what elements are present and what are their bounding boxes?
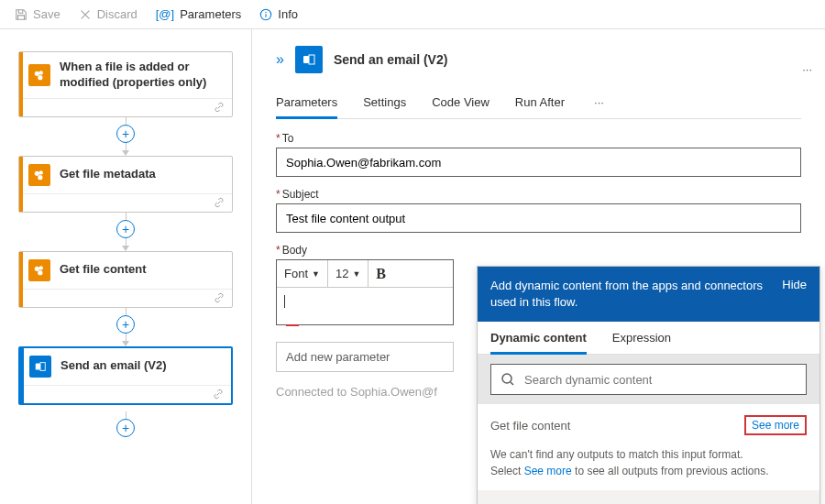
add-step-button[interactable]: + — [116, 419, 135, 437]
discard-label: Discard — [97, 7, 138, 21]
svg-point-5 — [35, 170, 39, 175]
dynamic-content-popup: Add dynamic content from the apps and co… — [477, 266, 820, 504]
subject-label: Subject — [282, 188, 319, 201]
accent-bar — [20, 348, 24, 403]
search-box[interactable] — [490, 364, 807, 395]
tab-run-after[interactable]: Run After — [515, 90, 565, 118]
sharepoint-icon — [28, 259, 50, 281]
save-icon — [15, 8, 28, 21]
body-editor[interactable]: Font▼ 12▼ B — [276, 259, 454, 325]
svg-point-1 — [266, 11, 267, 12]
bold-button[interactable]: B — [368, 260, 393, 287]
see-more-link[interactable]: See more — [744, 415, 807, 435]
add-parameter-dropdown[interactable]: Add new parameter — [276, 342, 454, 372]
action-title: Send an email (V2) — [334, 52, 447, 67]
body-textarea[interactable] — [277, 288, 453, 324]
svg-rect-12 — [40, 362, 45, 370]
accent-bar — [19, 52, 23, 116]
flow-canvas: When a file is added or modified (proper… — [0, 29, 252, 504]
section-when-file-added: When a file is added or updated See more — [478, 490, 820, 504]
popup-header: Add dynamic content from the apps and co… — [478, 267, 820, 322]
svg-rect-11 — [36, 363, 40, 369]
body-label: Body — [282, 244, 307, 257]
outlook-icon — [29, 356, 51, 378]
svg-point-4 — [38, 75, 42, 80]
hide-button[interactable]: Hide — [782, 278, 807, 291]
step-get-metadata[interactable]: Get file metadata — [18, 156, 233, 213]
section-title: Get file content — [490, 419, 570, 433]
font-dropdown[interactable]: Font▼ — [277, 260, 328, 287]
add-step-button[interactable]: + — [116, 315, 135, 334]
search-icon — [500, 372, 515, 387]
svg-point-9 — [39, 266, 43, 269]
svg-point-15 — [502, 374, 512, 383]
connector: + — [18, 405, 233, 444]
main-area: When a file is added or modified (proper… — [0, 29, 825, 504]
tab-code-view[interactable]: Code View — [432, 90, 490, 118]
add-step-button[interactable]: + — [116, 125, 135, 143]
see-more-inline-link[interactable]: See more — [524, 465, 572, 477]
info-icon — [259, 8, 272, 21]
svg-point-10 — [38, 270, 42, 275]
accent-bar — [19, 252, 23, 307]
step-title: Get file content — [60, 262, 147, 278]
tab-expression[interactable]: Expression — [612, 331, 671, 354]
parameters-label: Parameters — [180, 7, 241, 21]
add-step-button[interactable]: + — [116, 220, 135, 238]
tab-dynamic-content[interactable]: Dynamic content — [490, 331, 587, 354]
link-icon — [214, 292, 225, 303]
connector: + — [18, 308, 233, 346]
svg-rect-14 — [309, 55, 314, 64]
tab-settings[interactable]: Settings — [363, 90, 406, 118]
parameters-button[interactable]: [@] Parameters — [148, 4, 249, 25]
at-icon: [@] — [156, 7, 174, 21]
no-outputs-message: We can't find any outputs to match this … — [478, 446, 820, 490]
tab-more[interactable]: ··· — [590, 90, 608, 118]
discard-button: Discard — [72, 4, 145, 25]
more-menu[interactable]: ··· — [802, 62, 812, 76]
sharepoint-icon — [28, 164, 50, 186]
to-input[interactable] — [276, 148, 801, 177]
field-to: *To — [276, 132, 801, 177]
link-icon — [214, 102, 225, 113]
action-header: » Send an email (V2) — [276, 46, 801, 73]
link-icon — [213, 389, 224, 400]
action-tabs: Parameters Settings Code View Run After … — [276, 90, 801, 119]
rte-toolbar: Font▼ 12▼ B — [277, 260, 453, 288]
field-subject: *Subject — [276, 188, 801, 233]
link-icon — [214, 197, 225, 208]
step-send-email[interactable]: Send an email (V2) — [18, 346, 233, 405]
action-editor: ··· » Send an email (V2) Parameters Sett… — [252, 29, 825, 504]
search-input[interactable] — [524, 373, 797, 387]
save-button: Save — [7, 4, 68, 25]
popup-tabs: Dynamic content Expression — [478, 322, 820, 355]
tab-parameters[interactable]: Parameters — [276, 90, 337, 118]
popup-header-text: Add dynamic content from the apps and co… — [490, 278, 771, 311]
step-title: When a file is added or modified (proper… — [60, 60, 223, 91]
svg-point-6 — [39, 170, 43, 174]
search-area — [478, 355, 820, 404]
subject-input[interactable] — [276, 203, 801, 233]
outlook-icon — [295, 46, 323, 73]
close-icon — [79, 8, 92, 21]
sharepoint-icon — [28, 64, 50, 86]
svg-rect-13 — [303, 56, 309, 63]
top-toolbar: Save Discard [@] Parameters Info — [0, 0, 825, 29]
info-label: Info — [278, 7, 298, 21]
step-title: Send an email (V2) — [60, 358, 167, 374]
save-label: Save — [33, 7, 60, 21]
to-label: To — [282, 132, 294, 145]
info-button[interactable]: Info — [252, 4, 305, 25]
step-get-content[interactable]: Get file content — [18, 251, 233, 308]
svg-point-3 — [39, 71, 43, 74]
section-get-file-content: Get file content See more — [478, 404, 820, 446]
collapse-icon[interactable]: » — [276, 51, 284, 68]
svg-point-7 — [38, 175, 42, 180]
svg-point-8 — [35, 266, 39, 270]
connector: + — [18, 213, 233, 251]
step-trigger[interactable]: When a file is added or modified (proper… — [18, 51, 233, 117]
step-title: Get file metadata — [60, 167, 156, 182]
accent-bar — [19, 157, 23, 212]
font-size-dropdown[interactable]: 12▼ — [328, 260, 368, 287]
connector: + — [18, 117, 233, 156]
